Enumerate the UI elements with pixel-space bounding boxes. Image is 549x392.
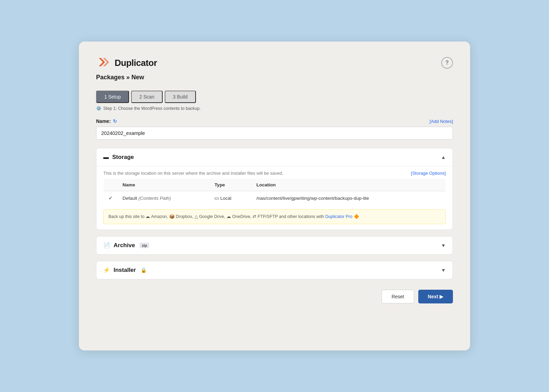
archive-icon: 📄 <box>103 242 110 249</box>
row-check: ✓ <box>104 191 118 205</box>
step-3-build[interactable]: 3 Build <box>165 91 196 103</box>
storage-section: ▬ Storage ▲ This is the storage location… <box>96 148 453 230</box>
steps-bar: 1 Setup 2 Scan 3 Build <box>96 91 453 103</box>
name-row: Name: ↻ [Add Notes] <box>96 118 453 124</box>
storage-icon: ▬ <box>103 154 109 160</box>
installer-section-header[interactable]: ⚡ Installer 🔒 ▼ <box>96 261 453 279</box>
next-button[interactable]: Next ▶ <box>418 290 453 303</box>
row-name: Default (Contents Path) <box>118 191 210 205</box>
amazon-icon: ☁ <box>145 213 150 220</box>
step-description-icon: ⚙️ <box>96 106 102 111</box>
gdrive-icon: △ <box>195 213 198 220</box>
main-container: Duplicator ? Packages » New 1 Setup 2 Sc… <box>79 42 470 350</box>
promo-badge-icon: 🔶 <box>354 214 359 219</box>
installer-section-title: ⚡ Installer 🔒 <box>103 267 147 274</box>
storage-table: Name Type Location ✓ Default (Contents P… <box>103 178 446 205</box>
storage-section-title: ▬ Storage <box>103 154 134 161</box>
breadcrumb: Packages » New <box>96 74 453 81</box>
logo-area: Duplicator <box>96 55 157 70</box>
footer-buttons: Reset Next ▶ <box>96 290 453 303</box>
duplicator-pro-link[interactable]: Duplicator Pro <box>325 214 352 219</box>
header: Duplicator ? <box>96 55 453 70</box>
reset-button[interactable]: Reset <box>382 290 414 303</box>
storage-table-head: Name Type Location <box>104 179 446 191</box>
col-name: Name <box>118 179 210 191</box>
archive-chevron-icon: ▼ <box>441 243 446 248</box>
ftp-icon: ⇄ <box>253 213 256 220</box>
logo-text: Duplicator <box>115 58 157 68</box>
col-check <box>104 179 118 191</box>
refresh-icon[interactable]: ↻ <box>113 118 117 124</box>
table-row: ✓ Default (Contents Path) ▭ Local /nas/c… <box>104 191 446 205</box>
installer-lock-icon: 🔒 <box>141 267 147 273</box>
duplicator-logo-icon <box>96 55 111 70</box>
step-2-scan[interactable]: 2 Scan <box>131 91 163 103</box>
storage-promo: Back up this site to ☁ Amazon, 📦 Dropbox… <box>103 209 446 224</box>
step-1-setup[interactable]: 1 Setup <box>96 91 129 103</box>
row-location: /nas/content/live/gpwriting/wp-content/b… <box>252 191 445 205</box>
local-icon: ▭ <box>214 196 219 201</box>
package-name-input[interactable] <box>96 127 453 140</box>
storage-chevron-icon: ▲ <box>441 154 446 160</box>
installer-bolt-icon: ⚡ <box>103 267 110 273</box>
name-label: Name: ↻ <box>96 118 117 124</box>
archive-section-header[interactable]: 📄 Archive zip ▼ <box>96 237 453 254</box>
row-name-sub: (Contents Path) <box>139 196 171 201</box>
col-location: Location <box>252 179 445 191</box>
promo-text: Back up this site to ☁ Amazon, 📦 Dropbox… <box>108 214 359 219</box>
onedrive-icon: ☁ <box>226 213 231 220</box>
storage-table-body: ✓ Default (Contents Path) ▭ Local /nas/c… <box>104 191 446 205</box>
dropbox-icon: 📦 <box>169 213 175 220</box>
storage-options-link[interactable]: [Storage Options] <box>411 171 446 176</box>
storage-description: This is the storage location on this ser… <box>103 166 446 178</box>
help-button[interactable]: ? <box>441 57 453 69</box>
col-type: Type <box>210 179 252 191</box>
row-type: ▭ Local <box>210 191 252 205</box>
storage-section-body: This is the storage location on this ser… <box>96 166 453 230</box>
archive-section-title: 📄 Archive zip <box>103 242 149 249</box>
archive-badge: zip <box>140 243 149 248</box>
installer-section: ⚡ Installer 🔒 ▼ <box>96 261 453 279</box>
storage-section-header[interactable]: ▬ Storage ▲ <box>96 148 453 166</box>
installer-chevron-icon: ▼ <box>441 267 446 273</box>
step-description: ⚙️ Step 1: Choose the WordPress contents… <box>96 106 453 111</box>
archive-section: 📄 Archive zip ▼ <box>96 236 453 255</box>
add-notes-link[interactable]: [Add Notes] <box>430 119 453 124</box>
